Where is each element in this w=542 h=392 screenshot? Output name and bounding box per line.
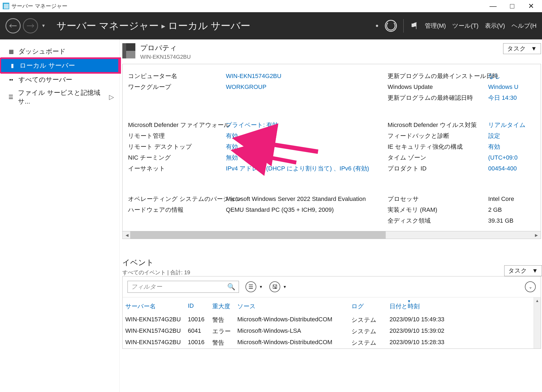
cell-date: 2023/09/10 15:49:33 <box>390 316 476 324</box>
menu-tools[interactable]: ツール(T) <box>452 22 478 30</box>
scroll-up-icon[interactable]: ▲ <box>534 298 541 303</box>
header-dropdown-icon[interactable]: • <box>376 21 379 30</box>
prop-label: IE セキュリティ強化の構成 <box>388 141 488 152</box>
prop-label: 更新プログラムの最終インストール日時 <box>388 71 488 82</box>
prop-value-workgroup[interactable]: WORKGROUP <box>226 82 388 92</box>
tasks-label: タスク <box>508 267 527 275</box>
scrollbar-thumb[interactable] <box>130 231 386 239</box>
sidebar: ▦ ダッシュボード ▮ ローカル サーバー ▪▪ すべてのサーバー ☰ ファイル… <box>0 39 120 392</box>
breadcrumb-root[interactable]: サーバー マネージャー <box>57 19 159 33</box>
col-source[interactable]: ソース <box>237 302 351 310</box>
prop-value-ethernet[interactable]: IPv4 アドレス (DHCP により割り当て) 、IPv6 (有効) <box>226 163 388 174</box>
save-query-group: 🖫 ▼ <box>269 281 287 292</box>
prop-value-nic-teaming[interactable]: 無効 <box>226 152 388 163</box>
nav-forward-button[interactable]: 🡒 <box>23 18 38 33</box>
prop-value-product-id[interactable]: 00454-400 <box>488 163 541 174</box>
refresh-button[interactable] <box>385 20 397 32</box>
save-query-button[interactable]: 🖫 <box>269 281 280 292</box>
sidebar-item-local-server[interactable]: ▮ ローカル サーバー <box>0 58 119 73</box>
app-icon <box>3 3 9 9</box>
filter-options-button[interactable]: ☰ <box>245 281 256 292</box>
header-bar: 🡐 🡒 ▼ サーバー マネージャー ▸ ローカル サーバー • ⚑ 管理(M) … <box>0 12 542 39</box>
prop-value-disk: 39.31 GB <box>488 215 541 226</box>
col-id[interactable]: ID <box>188 302 212 310</box>
cell-server: WIN-EKN1574G2BU <box>125 327 188 335</box>
chevron-down-icon[interactable]: ▼ <box>259 285 263 289</box>
prop-value-remote-desktop[interactable]: 有効 <box>226 141 388 152</box>
col-date[interactable]: ▼ 日付と時刻 <box>390 302 476 310</box>
scroll-right-icon[interactable]: ▶ <box>532 233 540 237</box>
chevron-down-icon: ▼ <box>532 267 538 274</box>
header-right: • ⚑ 管理(M) ツール(T) 表示(V) ヘルプ(H <box>376 19 537 33</box>
col-server[interactable]: サーバー名 <box>125 302 188 310</box>
properties-tasks-dropdown[interactable]: タスク ▼ <box>503 43 541 54</box>
dashboard-icon: ▦ <box>8 48 15 55</box>
sidebar-item-file-services[interactable]: ☰ ファイル サービスと記憶域サ... ▷ <box>0 86 119 108</box>
cell-source: Microsoft-Windows-LSA <box>237 327 351 335</box>
close-button[interactable]: ✕ <box>526 2 537 10</box>
prop-value-last-update[interactable]: なし <box>488 71 541 82</box>
prop-value-remote-mgmt[interactable]: 有効 <box>226 130 388 141</box>
nav-history-dropdown[interactable]: ▼ <box>40 23 46 28</box>
expand-button[interactable]: ⌄ <box>525 281 536 292</box>
horizontal-scrollbar[interactable]: ◀ ▶ <box>122 231 541 239</box>
titlebar: サーバー マネージャー — □ ✕ <box>0 0 542 12</box>
sidebar-item-label: ファイル サービスと記憶域サ... <box>18 88 105 106</box>
chevron-down-icon[interactable]: ▼ <box>283 285 287 289</box>
events-toolbar: フィルター 🔍 ☰ ▼ 🖫 ▼ ⌄ <box>122 276 541 297</box>
table-row[interactable]: WIN-EKN1574G2BU 10016 警告 Microsoft-Windo… <box>125 337 541 349</box>
table-row[interactable]: WIN-EKN1574G2BU 6041 エラー Microsoft-Windo… <box>125 326 541 337</box>
scroll-left-icon[interactable]: ◀ <box>123 233 131 237</box>
prop-value-computer-name[interactable]: WIN-EKN1574G2BU <box>226 71 388 82</box>
sidebar-item-label: ローカル サーバー <box>20 61 75 70</box>
prop-value-timezone[interactable]: (UTC+09:0 <box>488 152 541 163</box>
prop-label: 実装メモリ (RAM) <box>388 204 488 215</box>
chevron-down-icon: ⌄ <box>529 284 532 290</box>
prop-label: リモート デスクトップ <box>128 141 226 152</box>
prop-values-right: なし Windows U 今日 14:30 リアルタイム 設定 有効 (UTC+… <box>488 71 541 226</box>
cell-source: Microsoft-Windows-DistributedCOM <box>237 339 351 347</box>
prop-value-last-check[interactable]: 今日 14:30 <box>488 92 541 103</box>
properties-title: プロパティ <box>140 43 191 53</box>
search-icon[interactable]: 🔍 <box>227 283 235 291</box>
menu-manage[interactable]: 管理(M) <box>425 22 446 30</box>
table-row[interactable]: WIN-EKN1574G2BU 10016 警告 Microsoft-Windo… <box>125 314 541 326</box>
events-filter-input[interactable]: フィルター 🔍 <box>127 281 239 293</box>
prop-value-firewall[interactable]: プライベート: 有効 <box>226 120 388 130</box>
prop-label: Windows Update <box>388 82 488 92</box>
prop-value-feedback[interactable]: 設定 <box>488 130 541 141</box>
local-server-icon: ▮ <box>9 62 16 69</box>
col-severity[interactable]: 重大度 <box>212 302 237 310</box>
prop-label: イーサネット <box>128 163 226 174</box>
prop-label: オペレーティング システムのバージョン <box>128 194 226 204</box>
breadcrumb: サーバー マネージャー ▸ ローカル サーバー <box>57 19 250 33</box>
nav-buttons: 🡐 🡒 ▼ <box>5 18 46 33</box>
chevron-down-icon: ▼ <box>531 45 537 52</box>
minimize-button[interactable]: — <box>488 2 499 10</box>
events-header: イベント すべてのイベント | 合計: 19 タスク ▼ <box>122 257 542 276</box>
cell-id: 10016 <box>188 339 212 347</box>
prop-value-windows-update[interactable]: Windows U <box>488 82 541 92</box>
sidebar-item-all-servers[interactable]: ▪▪ すべてのサーバー <box>0 73 119 86</box>
maximize-button[interactable]: □ <box>507 2 518 10</box>
events-section: イベント すべてのイベント | 合計: 19 タスク ▼ フィルター 🔍 ☰ ▼ <box>122 257 542 349</box>
window-title: サーバー マネージャー <box>11 2 67 10</box>
prop-label: タイム ゾーン <box>388 152 488 163</box>
sidebar-item-dashboard[interactable]: ▦ ダッシュボード <box>0 45 119 58</box>
sort-indicator-icon: ▼ <box>407 299 411 303</box>
menu-help[interactable]: ヘルプ(H <box>512 22 537 30</box>
col-log[interactable]: ログ <box>351 302 390 310</box>
prop-value-ie-sec[interactable]: 有効 <box>488 141 541 152</box>
sidebar-item-label: ダッシュボード <box>18 47 66 56</box>
prop-value-hardware: QEMU Standard PC (Q35 + ICH9, 2009) <box>226 204 388 215</box>
events-tasks-dropdown[interactable]: タスク ▼ <box>504 265 542 276</box>
vertical-scrollbar[interactable]: ▲ <box>534 297 541 349</box>
prop-label: Microsoft Defender ウイルス対策 <box>388 120 488 130</box>
events-subtitle: すべてのイベント | 合計: 19 <box>122 269 190 276</box>
nav-back-button[interactable]: 🡐 <box>5 18 21 33</box>
notifications-flag-icon[interactable]: ⚑ <box>410 20 418 31</box>
cell-id: 10016 <box>188 316 212 324</box>
events-table: ▲ サーバー名 ID 重大度 ソース ログ ▼ 日付と時刻 WIN-EKN157… <box>122 297 541 349</box>
prop-value-defender-av[interactable]: リアルタイム <box>488 120 541 130</box>
menu-view[interactable]: 表示(V) <box>485 22 505 30</box>
